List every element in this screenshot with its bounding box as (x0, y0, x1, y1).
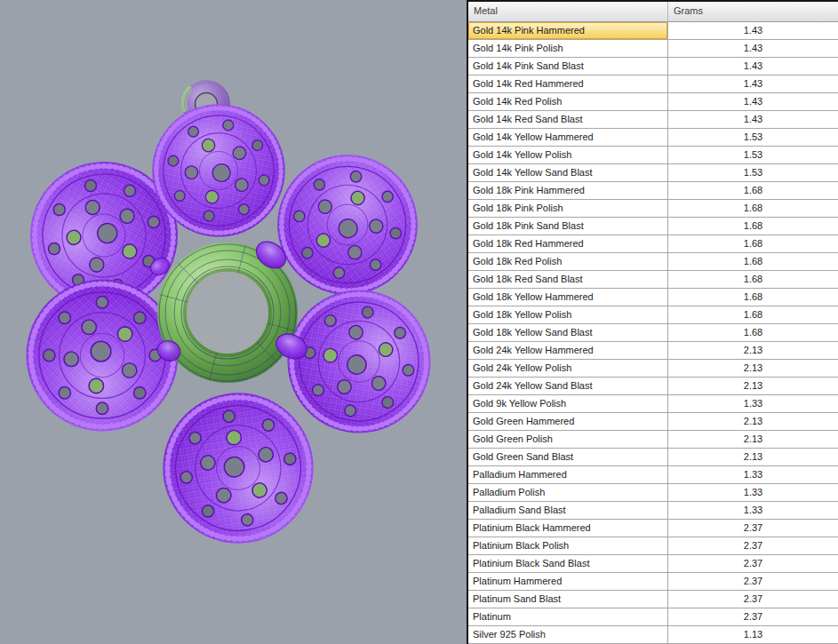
metal-cell[interactable]: Gold 14k Pink Hammered (468, 22, 668, 39)
table-header: Metal Grams (468, 2, 838, 22)
table-row[interactable]: Gold Green Polish 2.13 (468, 431, 838, 449)
table-row[interactable]: Gold 14k Pink Sand Blast 1.43 (468, 58, 838, 76)
metal-cell[interactable]: Palladium Sand Blast (468, 502, 668, 519)
grams-cell: 1.68 (668, 253, 838, 270)
grams-cell: 1.68 (668, 306, 838, 323)
table-row[interactable]: Gold 14k Yellow Polish 1.53 (468, 147, 838, 164)
table-row[interactable]: Platinum 2.37 (468, 608, 838, 626)
table-row[interactable]: Gold Green Sand Blast 2.13 (468, 449, 838, 466)
table-row[interactable]: Gold Green Hammered 2.13 (468, 413, 838, 431)
metal-cell[interactable]: Palladium Polish (468, 484, 668, 501)
table-row[interactable]: Platinium Black Polish 2.37 (468, 537, 838, 555)
grams-cell: 1.43 (668, 93, 838, 110)
metal-cell[interactable]: Palladium Hammered (468, 466, 668, 483)
metal-cell[interactable]: Gold 14k Pink Sand Blast (468, 58, 668, 75)
grams-cell: 2.13 (668, 449, 838, 465)
grams-cell: 1.33 (668, 395, 838, 412)
metal-cell[interactable]: Gold Green Hammered (468, 413, 668, 430)
table-row[interactable]: Gold 18k Pink Polish 1.68 (468, 200, 838, 218)
table-row[interactable]: Gold 18k Pink Sand Blast 1.68 (468, 218, 838, 235)
grams-cell: 2.37 (668, 591, 838, 608)
table-row[interactable]: Gold 9k Yellow Polish 1.33 (468, 395, 838, 413)
metal-cell[interactable]: Platinum (468, 608, 668, 625)
grams-cell: 1.53 (668, 129, 838, 146)
metal-cell[interactable]: Gold 14k Yellow Polish (468, 147, 668, 163)
table-row[interactable]: Platinium Black Sand Blast 2.37 (468, 555, 838, 573)
table-row[interactable]: Platinum Hammered 2.37 (468, 573, 838, 591)
grams-cell: 2.37 (668, 520, 838, 537)
table-row[interactable]: Platinium Black Hammered 2.37 (468, 520, 838, 537)
table-body: Gold 14k Pink Hammered 1.43 Gold 14k Pin… (468, 22, 838, 644)
3d-viewport[interactable] (0, 0, 467, 644)
grams-cell: 1.43 (668, 76, 838, 92)
metal-cell[interactable]: Gold 24k Yellow Polish (468, 360, 668, 377)
metal-cell[interactable]: Gold 18k Pink Polish (468, 200, 668, 217)
table-row[interactable]: Gold 24k Yellow Polish 2.13 (468, 360, 838, 378)
metal-cell[interactable]: Gold 18k Yellow Sand Blast (468, 324, 668, 341)
grams-cell: 1.13 (668, 626, 838, 643)
table-row[interactable]: Gold 24k Yellow Sand Blast 2.13 (468, 378, 838, 395)
table-row[interactable]: Palladium Sand Blast 1.33 (468, 502, 838, 520)
grams-cell: 1.68 (668, 200, 838, 217)
table-row[interactable]: Silver 925 Polish 1.13 (468, 626, 838, 644)
grams-cell: 1.43 (668, 22, 838, 39)
metal-cell[interactable]: Gold 14k Yellow Hammered (468, 129, 668, 146)
metal-cell[interactable]: Gold 24k Yellow Sand Blast (468, 378, 668, 394)
metal-cell[interactable]: Silver 925 Polish (468, 626, 668, 643)
metal-cell[interactable]: Gold 14k Pink Polish (468, 40, 668, 57)
metal-cell[interactable]: Gold Green Polish (468, 431, 668, 448)
table-row[interactable]: Gold 18k Red Polish 1.68 (468, 253, 838, 271)
metal-cell[interactable]: Gold 18k Pink Hammered (468, 182, 668, 199)
table-row[interactable]: Gold 18k Yellow Polish 1.68 (468, 306, 838, 324)
grams-cell: 1.33 (668, 466, 838, 483)
table-row[interactable]: Gold 14k Red Polish 1.43 (468, 93, 838, 111)
grams-cell: 1.43 (668, 40, 838, 57)
column-header-metal[interactable]: Metal (468, 2, 668, 21)
metal-cell[interactable]: Gold 14k Red Sand Blast (468, 111, 668, 128)
table-row[interactable]: Gold 18k Pink Hammered 1.68 (468, 182, 838, 200)
table-row[interactable]: Gold 14k Pink Hammered 1.43 (468, 22, 838, 40)
grams-cell: 2.13 (668, 431, 838, 448)
table-row[interactable]: Gold 18k Yellow Sand Blast 1.68 (468, 324, 838, 342)
metal-cell[interactable]: Gold 14k Yellow Sand Blast (468, 164, 668, 181)
metal-cell[interactable]: Platinum Sand Blast (468, 591, 668, 608)
table-row[interactable]: Gold 14k Pink Polish 1.43 (468, 40, 838, 58)
table-row[interactable]: Gold 18k Red Sand Blast 1.68 (468, 271, 838, 289)
table-row[interactable]: Gold 14k Red Hammered 1.43 (468, 76, 838, 93)
grams-cell: 1.43 (668, 111, 838, 128)
pendant-3d-render (0, 0, 467, 644)
metal-cell[interactable]: Gold 18k Red Polish (468, 253, 668, 270)
grams-cell: 1.43 (668, 58, 838, 75)
metal-cell[interactable]: Gold 18k Pink Sand Blast (468, 218, 668, 235)
table-row[interactable]: Platinum Sand Blast 2.37 (468, 591, 838, 608)
table-row[interactable]: Palladium Polish 1.33 (468, 484, 838, 502)
metal-cell[interactable]: Gold 18k Red Hammered (468, 235, 668, 252)
metal-cell[interactable]: Gold 24k Yellow Hammered (468, 342, 668, 359)
table-row[interactable]: Gold 14k Red Sand Blast 1.43 (468, 111, 838, 129)
table-row[interactable]: Gold 14k Yellow Hammered 1.53 (468, 129, 838, 147)
metal-cell[interactable]: Platinium Black Polish (468, 537, 668, 554)
metal-cell[interactable]: Gold 18k Yellow Hammered (468, 289, 668, 306)
table-row[interactable]: Gold 18k Yellow Hammered 1.68 (468, 289, 838, 306)
table-row[interactable]: Palladium Hammered 1.33 (468, 466, 838, 484)
metal-cell[interactable]: Gold 14k Red Polish (468, 93, 668, 110)
grams-cell: 2.13 (668, 413, 838, 430)
metal-cell[interactable]: Gold 14k Red Hammered (468, 76, 668, 92)
grams-cell: 1.68 (668, 324, 838, 341)
metal-cell[interactable]: Platinium Black Sand Blast (468, 555, 668, 572)
column-header-grams[interactable]: Grams (668, 2, 838, 21)
grams-cell: 2.37 (668, 608, 838, 625)
grams-cell: 1.68 (668, 271, 838, 288)
metal-cell[interactable]: Gold Green Sand Blast (468, 449, 668, 465)
metal-cell[interactable]: Platinum Hammered (468, 573, 668, 590)
metal-cell[interactable]: Gold 18k Yellow Polish (468, 306, 668, 323)
grams-cell: 1.53 (668, 164, 838, 181)
grams-cell: 1.68 (668, 218, 838, 235)
grams-cell: 2.37 (668, 555, 838, 572)
table-row[interactable]: Gold 24k Yellow Hammered 2.13 (468, 342, 838, 360)
table-row[interactable]: Gold 18k Red Hammered 1.68 (468, 235, 838, 253)
metal-cell[interactable]: Platinium Black Hammered (468, 520, 668, 537)
table-row[interactable]: Gold 14k Yellow Sand Blast 1.53 (468, 164, 838, 182)
metal-cell[interactable]: Gold 18k Red Sand Blast (468, 271, 668, 288)
metal-cell[interactable]: Gold 9k Yellow Polish (468, 395, 668, 412)
